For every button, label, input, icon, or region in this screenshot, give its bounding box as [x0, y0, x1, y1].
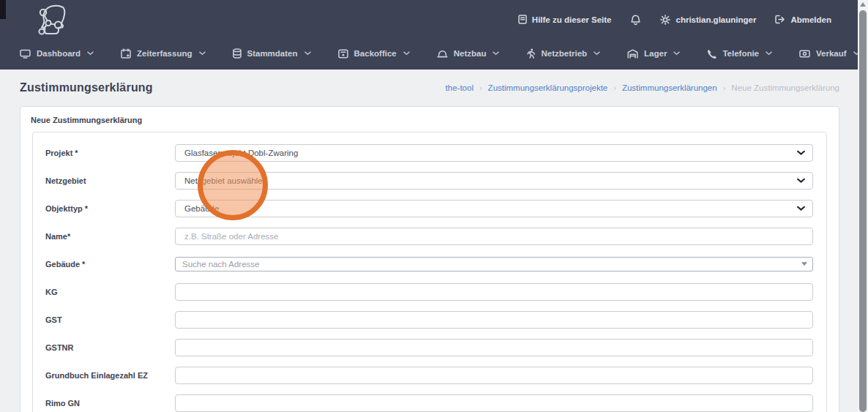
app-logo[interactable] — [34, 4, 72, 40]
dropdown-arrow-icon — [801, 262, 807, 266]
field-label-objekttyp: Objekttyp * — [45, 204, 175, 213]
logout-button[interactable]: Abmelden — [775, 15, 831, 24]
projekt-select-value: Glasfaserprojekt Dobl-Zwaring — [184, 149, 298, 157]
hard-hat-icon — [437, 49, 448, 58]
nav-item-dashboard[interactable]: Dashboard — [20, 49, 94, 59]
name-input[interactable] — [175, 228, 813, 245]
gebaeude-search-select[interactable]: Suche nach Adresse — [175, 257, 813, 271]
netzgebiet-select-value: Netzgebiet auswählen — [184, 176, 267, 185]
chevron-down-icon — [797, 151, 805, 156]
form-body: Projekt * Glasfaserprojekt Dobl-Zwaring … — [32, 132, 827, 412]
nav-item-netzbetrieb[interactable]: Netzbetrieb — [526, 48, 600, 59]
nav-item-netzbau[interactable]: Netzbau — [437, 49, 500, 58]
banknote-icon — [799, 50, 810, 58]
database-icon — [233, 48, 242, 59]
grundbuch-einlagezahl-input[interactable] — [175, 367, 813, 384]
chevron-down-icon — [797, 206, 805, 211]
netzgebiet-select[interactable]: Netzgebiet auswählen — [175, 172, 813, 190]
nav-item-telefonie[interactable]: Telefonie — [707, 49, 772, 59]
nav-label: Lager — [644, 49, 667, 58]
chevron-down-icon — [493, 51, 499, 56]
field-label-netzgebiet: Netzgebiet — [45, 176, 175, 185]
help-book-icon — [518, 15, 527, 24]
field-label-gebaeude: Gebäude * — [45, 260, 175, 269]
nav-label: Dashboard — [37, 49, 81, 58]
dashboard-icon — [20, 49, 31, 59]
nav-item-zeiterfassung[interactable]: Zeiterfassung — [121, 48, 205, 59]
nav-item-lager[interactable]: Lager — [627, 49, 680, 59]
chevron-down-icon — [87, 51, 94, 56]
office-phone-icon — [338, 49, 348, 59]
warehouse-icon — [627, 49, 638, 59]
chevron-down-icon — [594, 51, 600, 56]
breadcrumb-current: Neue Zustimmungserklärung — [731, 83, 839, 92]
nav-label: Netzbetrieb — [541, 49, 587, 58]
nav-label: Stammdaten — [247, 49, 298, 58]
nav-item-verkauf[interactable]: Verkauf — [799, 49, 860, 58]
running-person-icon — [526, 48, 535, 59]
chevron-down-icon — [403, 51, 410, 56]
field-label-kg: KG — [45, 288, 175, 296]
head-network-logo-icon — [34, 4, 72, 37]
breadcrumb-separator: › — [479, 83, 482, 92]
vertical-scrollbar[interactable] — [858, 0, 868, 412]
projekt-select[interactable]: Glasfaserprojekt Dobl-Zwaring — [175, 144, 813, 162]
main-nav: Dashboard Zeiterfassung Stammdaten — [0, 39, 858, 68]
app-header: Hilfe zu dieser Seite christian.glauning… — [0, 0, 858, 70]
field-label-name: Name* — [45, 232, 175, 241]
objekttyp-select[interactable]: Gebäude — [175, 200, 813, 217]
rimo-gn-input[interactable] — [175, 394, 813, 412]
breadcrumb-link-projekte[interactable]: Zustimmungserklärungsprojekte — [488, 83, 608, 92]
field-label-gst: GST — [45, 315, 175, 324]
kg-input[interactable] — [175, 283, 813, 301]
logout-icon — [775, 15, 785, 24]
nav-label: Netzbau — [454, 49, 487, 58]
chevron-down-icon — [199, 51, 206, 56]
gstnr-input[interactable] — [175, 339, 813, 356]
user-settings[interactable]: christian.glauninger — [660, 15, 756, 25]
objekttyp-select-value: Gebäude — [184, 204, 219, 213]
help-label: Hilfe zu dieser Seite — [532, 15, 612, 24]
field-label-grundbuch-ez: Grundbuch Einlagezahl EZ — [45, 371, 175, 380]
breadcrumb: the-tool › Zustimmungserklärungsprojekte… — [446, 83, 839, 92]
field-label-projekt: Projekt * — [45, 149, 175, 157]
username: christian.glauninger — [676, 15, 756, 24]
breadcrumb-link-zustimmungserklaerungen[interactable]: Zustimmungserklärungen — [622, 83, 717, 92]
logout-label: Abmelden — [790, 15, 831, 24]
gebaeude-select-placeholder: Suche nach Adresse — [182, 260, 260, 269]
nav-label: Zeiterfassung — [137, 49, 192, 58]
breadcrumb-separator: › — [613, 83, 616, 92]
chevron-down-icon — [797, 179, 805, 184]
chevron-down-icon — [673, 51, 680, 56]
scrollbar-up-arrow[interactable] — [860, 2, 866, 7]
chevron-down-icon — [766, 51, 772, 56]
help-link[interactable]: Hilfe zu dieser Seite — [518, 15, 612, 24]
corner-notch — [0, 0, 6, 19]
form-card-title: Neue Zustimmungserklärung — [20, 107, 839, 132]
calendar-icon — [121, 48, 131, 59]
gear-icon — [660, 15, 670, 25]
breadcrumb-separator: › — [723, 83, 726, 92]
gst-input[interactable] — [175, 311, 813, 329]
chevron-down-icon — [304, 51, 311, 56]
page-title: Zustimmungserklärung — [20, 81, 153, 94]
breadcrumb-link-the-tool[interactable]: the-tool — [446, 83, 474, 92]
nav-item-backoffice[interactable]: Backoffice — [338, 49, 410, 59]
phone-handset-icon — [707, 49, 717, 59]
notifications-button[interactable] — [630, 14, 641, 26]
nav-label: Verkauf — [816, 49, 847, 58]
field-label-rimo-gn: Rimo GN — [45, 399, 175, 408]
nav-label: Telefonie — [722, 49, 759, 58]
scrollbar-thumb[interactable] — [859, 10, 867, 412]
nav-label: Backoffice — [354, 49, 397, 58]
nav-item-stammdaten[interactable]: Stammdaten — [233, 48, 311, 59]
bell-icon — [630, 14, 641, 26]
field-label-gstnr: GSTNR — [45, 343, 175, 352]
form-card: Neue Zustimmungserklärung Projekt * Glas… — [20, 106, 839, 412]
